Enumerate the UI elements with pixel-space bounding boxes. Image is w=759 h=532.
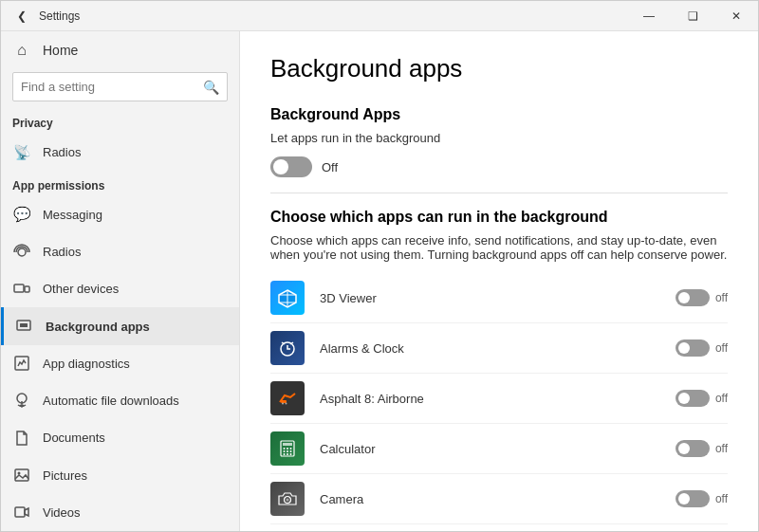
svg-point-26 <box>284 453 286 455</box>
sidebar-item-radios[interactable]: Radios <box>1 233 239 270</box>
app-toggle-knob-camera <box>678 493 690 504</box>
window-title: Settings <box>39 9 627 23</box>
radios-icon <box>12 243 31 262</box>
app-icon-camera <box>270 482 305 516</box>
app-toggle-group-calculator: off <box>676 440 728 457</box>
sidebar-item-videos[interactable]: Videos <box>1 494 239 531</box>
svg-point-22 <box>290 448 292 449</box>
sidebar-item-app-diagnostics[interactable]: App diagnostics <box>1 345 239 382</box>
svg-rect-19 <box>283 443 292 446</box>
messaging-label: Messaging <box>43 208 102 222</box>
pictures-icon <box>12 466 31 485</box>
search-icon[interactable]: 🔍 <box>203 80 219 95</box>
app-toggle-label-asphalt: off <box>715 392 728 405</box>
svg-point-28 <box>290 453 292 455</box>
minimize-button[interactable]: — <box>627 1 671 31</box>
search-box[interactable]: 🔍 <box>12 72 228 101</box>
app-item-3dviewer: 3D Viewer off <box>270 273 728 323</box>
app-item-asphalt: Asphalt 8: Airborne off <box>270 374 728 424</box>
other-devices-icon <box>12 280 31 299</box>
main-toggle[interactable] <box>270 156 312 177</box>
home-label: Home <box>43 43 78 58</box>
app-toggle-knob-alarms <box>678 342 690 354</box>
svg-point-17 <box>286 403 287 405</box>
videos-icon <box>12 503 31 522</box>
radios-partial-icon: 📡 <box>12 143 31 162</box>
svg-point-24 <box>287 450 288 452</box>
app-permissions-label: App permissions <box>1 172 239 196</box>
content-area: Background apps Background Apps Let apps… <box>240 31 758 531</box>
sidebar-item-background-apps[interactable]: Background apps <box>1 307 239 344</box>
main-layout: ⌂ Home 🔍 Privacy 📡 Radios App permission… <box>1 31 758 531</box>
sidebar-item-home[interactable]: ⌂ Home <box>1 31 239 68</box>
app-item-calculator: Calculator off <box>270 424 728 474</box>
app-toggle-group-asphalt: off <box>676 390 728 407</box>
svg-point-21 <box>287 448 288 449</box>
app-icon-calculator <box>270 431 305 466</box>
app-toggle-group-camera: off <box>676 490 728 507</box>
sidebar-item-documents[interactable]: Documents <box>1 419 239 456</box>
svg-rect-4 <box>20 323 28 327</box>
svg-rect-2 <box>25 286 29 292</box>
home-icon: ⌂ <box>12 41 31 60</box>
app-toggle-knob-calculator <box>678 443 690 454</box>
app-toggle-3dviewer[interactable] <box>676 289 710 306</box>
let-apps-desc: Let apps run in the background <box>270 131 728 145</box>
app-list: 3D Viewer off <box>270 273 728 531</box>
page-title: Background apps <box>270 54 728 83</box>
background-apps-label: Background apps <box>46 320 150 334</box>
svg-point-25 <box>290 450 292 452</box>
maximize-button[interactable]: ❑ <box>671 1 714 31</box>
search-input[interactable] <box>21 80 203 94</box>
app-toggle-knob-asphalt <box>678 393 690 404</box>
app-toggle-group-3dviewer: off <box>676 289 728 306</box>
svg-rect-1 <box>14 284 24 292</box>
section-divider <box>270 193 728 193</box>
sidebar-item-radios-partial[interactable]: 📡 Radios <box>1 134 239 171</box>
app-item-cortana: Cortana off <box>270 524 728 531</box>
settings-window: ❮ Settings — ❑ ✕ ⌂ Home 🔍 Privacy 📡 Radi… <box>0 0 759 532</box>
svg-point-23 <box>284 450 286 452</box>
main-toggle-label: Off <box>322 160 338 174</box>
titlebar: ❮ Settings — ❑ ✕ <box>1 1 758 31</box>
app-toggle-asphalt[interactable] <box>676 390 710 407</box>
messaging-icon: 💬 <box>12 205 31 224</box>
svg-rect-9 <box>15 507 25 517</box>
documents-icon <box>12 429 31 448</box>
app-name-alarms: Alarms & Clock <box>320 341 676 356</box>
app-toggle-group-alarms: off <box>676 339 728 357</box>
svg-point-8 <box>18 472 21 475</box>
window-controls: — ❑ ✕ <box>627 1 758 30</box>
main-toggle-knob <box>273 159 288 174</box>
background-apps-section-title: Background Apps <box>270 106 728 123</box>
svg-point-30 <box>287 499 289 502</box>
sidebar-item-other-devices[interactable]: Other devices <box>1 270 239 307</box>
sidebar: ⌂ Home 🔍 Privacy 📡 Radios App permission… <box>1 31 240 531</box>
svg-point-0 <box>18 248 26 256</box>
svg-rect-15 <box>281 400 287 403</box>
choose-apps-title: Choose which apps can run in the backgro… <box>270 209 728 226</box>
sidebar-item-auto-downloads[interactable]: Automatic file downloads <box>1 382 239 419</box>
app-toggle-label-alarms: off <box>715 341 728 355</box>
close-button[interactable]: ✕ <box>714 1 758 31</box>
sidebar-item-pictures[interactable]: Pictures <box>1 456 239 493</box>
app-item-camera: Camera off <box>270 474 728 524</box>
app-toggle-camera[interactable] <box>676 490 710 507</box>
app-toggle-alarms[interactable] <box>676 339 710 357</box>
svg-point-27 <box>287 453 288 455</box>
svg-point-16 <box>282 403 284 405</box>
back-button[interactable]: ❮ <box>9 3 35 29</box>
choose-apps-desc: Choose which apps can receive info, send… <box>270 233 728 262</box>
app-icon-3dviewer <box>270 281 305 315</box>
app-toggle-calculator[interactable] <box>676 440 710 457</box>
app-icon-alarms <box>270 331 305 365</box>
privacy-section-label: Privacy <box>1 109 239 134</box>
app-diagnostics-icon <box>12 354 31 373</box>
app-name-calculator: Calculator <box>320 442 676 456</box>
sidebar-item-messaging[interactable]: 💬 Messaging <box>1 196 239 233</box>
app-name-asphalt: Asphalt 8: Airborne <box>320 392 676 406</box>
app-toggle-label-calculator: off <box>715 442 728 455</box>
app-icon-asphalt <box>270 381 305 415</box>
app-toggle-label-3dviewer: off <box>715 291 728 304</box>
app-item-alarms: Alarms & Clock off <box>270 323 728 374</box>
